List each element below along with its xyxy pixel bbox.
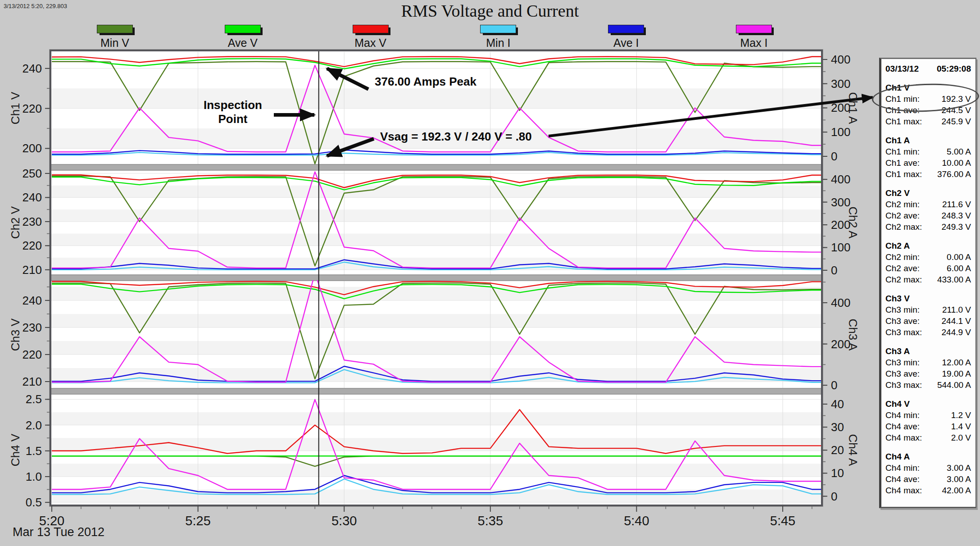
svg-text:2.0: 2.0 [26,419,42,432]
section-header: Ch4 A [885,451,971,462]
measurement-row: Ch3 max:244.9 V [885,327,971,338]
measurement-label: Ch4 max: [885,485,922,496]
inspection-annotation-line1: Inspection [194,98,272,112]
measurement-value: 12.00 A [942,357,971,368]
section-header: Ch3 A [885,346,971,357]
measurement-label: Ch4 min: [885,462,920,473]
measurement-label: Ch1 ave: [885,157,920,168]
measurement-value: 211.0 V [942,304,971,315]
section-header: Ch3 V [885,293,971,304]
section-header: Ch2 V [885,188,971,199]
svg-text:230: 230 [23,321,42,334]
measurement-value: 10.00 A [942,157,971,168]
measurement-value: 6.00 A [947,263,971,274]
measurement-value: 433.00 A [937,274,971,285]
svg-text:2.5: 2.5 [26,392,42,406]
app-window: { "cursor_readout": "3/13/2012 5:20, 229… [0,0,980,546]
legend-item-max-v: Max V [339,25,402,50]
measurement-value: 544.00 A [937,379,971,391]
svg-text:1.5: 1.5 [26,444,42,458]
svg-text:0: 0 [831,264,837,277]
measurement-section-ch4-a: Ch4 ACh4 min:3.00 ACh4 ave:3.00 ACh4 max… [885,451,971,496]
measurement-row: Ch4 min:3.00 A [885,462,971,473]
measurement-row: Ch3 max:544.00 A [885,379,971,391]
measurement-value: 19.00 A [942,368,971,379]
measurement-label: Ch3 min: [885,357,920,368]
measurement-value: 376.00 A [937,168,971,180]
legend-swatch [97,25,133,33]
legend-item-min-i: Min I [467,25,530,50]
measurement-row: Ch2 max:249.3 V [885,221,971,232]
svg-text:400: 400 [831,53,850,66]
measurement-row: Ch4 max:2.0 V [885,432,971,443]
axis-label-ch2-v: Ch2 V [9,206,23,239]
section-header: Ch4 V [885,399,971,410]
measurement-value: 2.0 V [951,432,971,443]
svg-text:5:35: 5:35 [478,514,503,528]
measurement-label: Ch2 ave: [885,210,920,221]
svg-text:240: 240 [23,191,42,204]
measurement-value: 211.6 V [942,199,971,210]
section-header: Ch1 A [885,135,971,146]
peak-annotation: 376.00 Amps Peak [375,75,476,89]
measurement-row: Ch4 ave:3.00 A [885,473,971,485]
svg-text:0.5: 0.5 [26,496,42,509]
legend-swatch [353,25,389,33]
measurement-label: Ch2 max: [885,274,922,285]
svg-text:20: 20 [831,443,844,457]
measurement-row: Ch2 min:211.6 V [885,199,971,210]
panel-time: 05:29:08 [937,64,971,74]
measurement-value: 5.00 A [947,146,971,157]
measurement-row: Ch1 min:5.00 A [885,146,971,157]
legend-swatch [225,25,261,33]
measurement-label: Ch3 max: [885,379,922,391]
axis-label-ch4-v: Ch4 V [9,433,23,466]
measurement-row: Ch4 min:1.2 V [885,410,971,421]
measurement-label: Ch4 ave: [885,473,920,485]
measurement-row: Ch3 ave:244.1 V [885,315,971,327]
svg-text:300: 300 [831,77,850,91]
measurement-row: Ch1 ave:10.00 A [885,157,971,168]
axis-label-ch3-a: Ch3 A [846,318,860,350]
measurement-value: 244.1 V [942,315,971,327]
legend-label: Ave V [211,36,274,50]
measurement-section-ch3-v: Ch3 VCh3 min:211.0 VCh3 ave:244.1 VCh3 m… [885,293,971,338]
axis-label-ch2-a: Ch2 A [846,207,860,239]
svg-text:400: 400 [831,173,850,186]
svg-text:200: 200 [23,141,42,155]
svg-text:220: 220 [23,102,42,115]
svg-text:400: 400 [831,296,850,309]
legend-label: Max I [722,36,785,50]
measurement-sections: Ch1 VCh1 min:192.3 VCh1 ave:244.5 VCh1 m… [885,82,971,496]
measurement-row: Ch2 max:433.00 A [885,274,971,285]
measurement-label: Ch1 max: [885,116,922,127]
legend-label: Min V [83,36,146,50]
axis-label-ch3-v: Ch3 V [9,318,23,350]
measurement-section-ch2-v: Ch2 VCh2 min:211.6 VCh2 ave:248.3 VCh2 m… [885,188,971,232]
measurement-row: Ch3 min:211.0 V [885,304,971,315]
chart-plot-area[interactable]: 2002202400100200300400210220230240250010… [0,0,980,546]
svg-text:40: 40 [831,397,844,411]
svg-text:220: 220 [23,239,42,252]
measurement-label: Ch4 max: [885,432,922,443]
svg-text:240: 240 [23,62,42,75]
measurement-label: Ch2 min: [885,199,920,210]
measurement-row: Ch1 max:376.00 A [885,168,971,180]
measurement-value: 248.3 V [942,210,971,221]
measurement-row: Ch3 ave:19.00 A [885,368,971,379]
chart-title: RMS Voltage and Current [0,1,980,21]
measurement-section-ch4-v: Ch4 VCh4 min:1.2 VCh4 ave:1.4 VCh4 max:2… [885,399,971,443]
legend-item-min-v: Min V [83,25,146,50]
legend-label: Ave I [594,36,658,50]
legend-item-max-i: Max I [722,25,785,50]
legend-swatch [480,25,516,33]
measurement-label: Ch2 min: [885,251,920,263]
measurement-row: Ch4 ave:1.4 V [885,421,971,432]
vsag-annotation: Vsag = 192.3 V / 240 V = .80 [380,130,532,144]
legend-label: Min I [467,36,530,50]
measurement-label: Ch1 min: [885,146,920,157]
measurement-panel: 03/13/12 05:29:08 Ch1 VCh1 min:192.3 VCh… [879,58,976,508]
svg-text:240: 240 [23,294,42,307]
measurement-label: Ch3 ave: [885,368,920,379]
svg-text:220: 220 [23,348,42,361]
